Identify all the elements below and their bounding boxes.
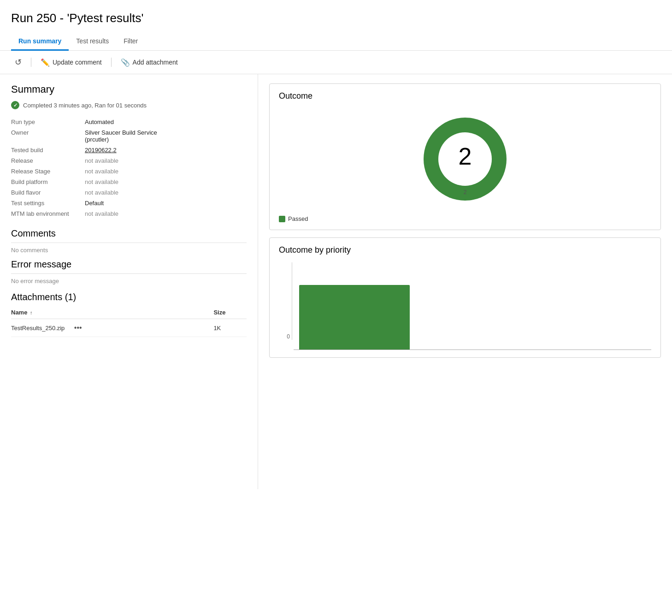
left-panel: Summary Completed 3 minutes ago, Ran for… xyxy=(0,74,258,489)
donut-chart: 2 2 xyxy=(414,108,516,210)
attachments-section: Attachments (1) Name ↑ Size xyxy=(11,292,247,337)
summary-section: Summary Completed 3 minutes ago, Ran for… xyxy=(11,83,247,219)
info-row-release-stage: Release Stage not available xyxy=(11,166,247,177)
no-comments-text: No comments xyxy=(11,247,247,254)
label-test-settings: Test settings xyxy=(11,200,85,207)
add-attachment-button[interactable]: 📎 Add attachment xyxy=(117,56,182,69)
legend-passed-color xyxy=(279,216,285,222)
attachments-title: Attachments (1) xyxy=(11,292,247,302)
value-test-settings: Default xyxy=(85,200,104,207)
tab-filter[interactable]: Filter xyxy=(116,33,145,51)
donut-container: 2 2 xyxy=(279,108,651,210)
info-row-owner: Owner Silver Saucer Build Service (prcut… xyxy=(11,127,247,145)
label-build-platform: Build platform xyxy=(11,178,85,185)
svg-text:2: 2 xyxy=(463,189,466,195)
pencil-icon: ✏️ xyxy=(41,58,50,67)
value-release: not available xyxy=(85,157,118,164)
reload-icon: ↺ xyxy=(15,57,22,67)
priority-chart-title: Outcome by priority xyxy=(279,245,651,255)
outcome-chart-title: Outcome xyxy=(279,91,651,101)
no-error-text: No error message xyxy=(11,278,247,284)
error-title: Error message xyxy=(11,259,247,270)
outcome-legend: Passed xyxy=(279,215,651,222)
attachment-menu-button[interactable]: ••• xyxy=(71,323,85,333)
update-comment-label: Update comment xyxy=(53,59,102,66)
attachments-table: Name ↑ Size TestResults_250.zip ••• xyxy=(11,306,247,337)
comments-section: Comments No comments xyxy=(11,228,247,254)
info-row-run-type: Run type Automated xyxy=(11,117,247,127)
attachment-name: TestResults_250.zip ••• xyxy=(11,319,213,337)
label-release-stage: Release Stage xyxy=(11,168,85,175)
status-text: Completed 3 minutes ago, Ran for 01 seco… xyxy=(23,102,147,109)
attachment-row: TestResults_250.zip ••• 1K xyxy=(11,319,247,337)
comments-title: Comments xyxy=(11,228,247,239)
paperclip-icon: 📎 xyxy=(121,58,130,67)
tab-run-summary[interactable]: Run summary xyxy=(11,33,69,51)
status-row: Completed 3 minutes ago, Ran for 01 seco… xyxy=(11,101,247,109)
col-name[interactable]: Name ↑ xyxy=(11,306,213,319)
info-row-build-platform: Build platform not available xyxy=(11,177,247,187)
attachment-size: 1K xyxy=(213,319,247,337)
info-row-test-settings: Test settings Default xyxy=(11,198,247,208)
label-owner: Owner xyxy=(11,129,85,143)
value-release-stage: not available xyxy=(85,168,118,175)
update-comment-button[interactable]: ✏️ Update comment xyxy=(37,56,106,69)
toolbar: ↺ ✏️ Update comment 📎 Add attachment xyxy=(0,51,672,74)
status-icon xyxy=(11,101,19,109)
info-row-build-flavor: Build flavor not available xyxy=(11,187,247,198)
right-panel: Outcome 2 2 Passed Outcome by xyxy=(258,74,672,489)
add-attachment-label: Add attachment xyxy=(133,59,178,66)
tab-test-results[interactable]: Test results xyxy=(69,33,116,51)
error-divider xyxy=(11,273,247,274)
y-axis-line xyxy=(292,262,292,340)
page-title: Run 250 - 'Pytest results' xyxy=(11,11,661,25)
bar-passed xyxy=(299,285,410,349)
info-row-mtm-lab: MTM lab environment not available xyxy=(11,208,247,219)
label-release: Release xyxy=(11,157,85,164)
value-tested-build[interactable]: 20190622.2 xyxy=(85,147,117,154)
comments-divider xyxy=(11,243,247,243)
legend-passed-label: Passed xyxy=(288,215,308,222)
label-mtm-lab: MTM lab environment xyxy=(11,210,85,217)
col-size[interactable]: Size xyxy=(213,306,247,319)
value-build-flavor: not available xyxy=(85,189,118,196)
y-axis-label: 0 xyxy=(287,333,290,340)
value-mtm-lab: not available xyxy=(85,210,118,217)
value-owner: Silver Saucer Build Service (prcutler) xyxy=(85,129,157,143)
error-message-section: Error message No error message xyxy=(11,259,247,284)
label-tested-build: Tested build xyxy=(11,147,85,154)
summary-title: Summary xyxy=(11,83,247,95)
content-area: Summary Completed 3 minutes ago, Ran for… xyxy=(0,74,672,489)
svg-text:2: 2 xyxy=(459,143,472,170)
priority-chart-card: Outcome by priority 0 xyxy=(269,237,661,358)
sort-arrow-name: ↑ xyxy=(30,310,33,315)
bar-chart-area: 0 xyxy=(279,262,651,350)
info-row-tested-build: Tested build 20190622.2 xyxy=(11,145,247,155)
value-run-type: Automated xyxy=(85,118,114,125)
outcome-chart-card: Outcome 2 2 Passed xyxy=(269,83,661,230)
toolbar-separator-1 xyxy=(31,58,31,67)
toolbar-separator-2 xyxy=(111,58,112,67)
value-build-platform: not available xyxy=(85,178,118,185)
info-row-release: Release not available xyxy=(11,155,247,166)
label-run-type: Run type xyxy=(11,118,85,125)
tab-bar: Run summary Test results Filter xyxy=(11,33,661,50)
label-build-flavor: Build flavor xyxy=(11,189,85,196)
bar-chart-bars xyxy=(294,272,651,350)
reload-button[interactable]: ↺ xyxy=(11,55,25,69)
page-header: Run 250 - 'Pytest results' Run summary T… xyxy=(0,0,672,51)
summary-info-table: Run type Automated Owner Silver Saucer B… xyxy=(11,117,247,219)
